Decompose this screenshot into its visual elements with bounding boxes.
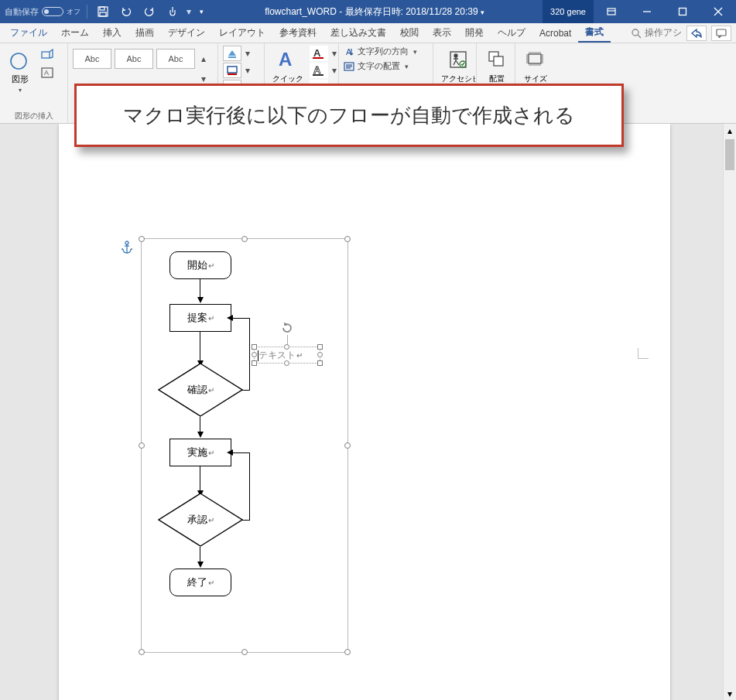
- tab-file[interactable]: ファイル: [3, 23, 54, 43]
- shapes-button[interactable]: 図形 ▾: [5, 46, 36, 95]
- tab-help[interactable]: ヘルプ: [491, 23, 532, 43]
- save-icon[interactable]: [94, 2, 112, 21]
- shape-style-item[interactable]: Abc: [156, 49, 195, 69]
- shape-outline-button[interactable]: ▾: [223, 63, 252, 78]
- svg-rect-3: [608, 9, 615, 15]
- text-direction-button[interactable]: A 文字列の方向▾: [344, 46, 417, 57]
- tab-layout[interactable]: レイアウト: [212, 23, 272, 43]
- gallery-up-icon[interactable]: ▴: [198, 49, 209, 69]
- tab-review[interactable]: 校閲: [393, 23, 426, 43]
- svg-point-37: [125, 241, 128, 244]
- svg-rect-1: [100, 7, 104, 10]
- text-align-button[interactable]: 文字の配置▾: [344, 60, 417, 72]
- svg-point-11: [11, 53, 26, 69]
- svg-rect-17: [228, 73, 237, 75]
- svg-point-32: [454, 54, 457, 57]
- tab-mailings[interactable]: 差し込み文書: [323, 23, 393, 43]
- page-margin-corner: [638, 348, 649, 359]
- flowchart-process-execute[interactable]: 実施↵: [169, 439, 231, 466]
- tab-design[interactable]: デザイン: [161, 23, 212, 43]
- shape-style-item[interactable]: Abc: [73, 49, 111, 69]
- ribbon-tabs: ファイル ホーム 挿入 描画 デザイン レイアウト 参考資料 差し込み文書 校閲…: [0, 23, 736, 43]
- svg-rect-12: [42, 52, 50, 58]
- quick-styles-button[interactable]: A クイック: [269, 46, 306, 86]
- annotation-callout: マクロ実行後に以下のフローが自動で作成される: [74, 84, 624, 147]
- autosave-toggle[interactable]: 自動保存 オフ: [5, 6, 80, 18]
- tell-me-search[interactable]: 操作アシ: [631, 26, 682, 39]
- tab-acrobat[interactable]: Acrobat: [532, 23, 578, 43]
- maximize-icon[interactable]: [665, 0, 700, 23]
- tab-insert[interactable]: 挿入: [96, 23, 128, 43]
- svg-rect-10: [717, 29, 726, 36]
- qat-customize-icon[interactable]: ▾: [196, 2, 207, 21]
- text-fill-button[interactable]: A▾: [310, 46, 339, 61]
- edit-shape-icon[interactable]: [39, 46, 56, 63]
- svg-text:A: A: [313, 47, 321, 59]
- rotate-handle-icon[interactable]: [280, 321, 294, 335]
- svg-rect-15: [228, 56, 236, 58]
- svg-text:A: A: [279, 49, 292, 70]
- undo-icon[interactable]: [117, 2, 135, 21]
- title-bar: 自動保存 オフ ▾ ▾ flowchart_WORD - 最終保存日時: 201…: [0, 0, 736, 23]
- tab-format[interactable]: 書式: [578, 23, 611, 43]
- svg-text:A: A: [44, 69, 49, 77]
- flowchart-decision-approve[interactable]: 承認↵: [158, 493, 243, 547]
- shape-fill-button[interactable]: ▾: [223, 46, 252, 61]
- tab-developer[interactable]: 開発: [458, 23, 491, 43]
- tab-draw[interactable]: 描画: [128, 23, 161, 43]
- user-account[interactable]: 320 gene: [543, 0, 594, 23]
- document-title: flowchart_WORD - 最終保存日時: 2018/11/28 20:3…: [207, 5, 543, 19]
- group-label-shapes: 図形の挿入: [5, 109, 63, 121]
- text-outline-button[interactable]: A▾: [310, 63, 339, 78]
- accessibility-icon: [446, 47, 471, 72]
- textbox-selected[interactable]: テキスト↵: [254, 347, 320, 364]
- svg-rect-36: [529, 54, 541, 63]
- redo-icon[interactable]: [140, 2, 159, 21]
- touch-mode-icon[interactable]: [163, 2, 182, 21]
- minimize-icon[interactable]: [629, 0, 665, 23]
- svg-text:A: A: [313, 64, 321, 76]
- svg-rect-5: [680, 9, 686, 15]
- text-box-icon[interactable]: A: [39, 64, 56, 81]
- accessibility-button[interactable]: アクセシビ: [438, 46, 478, 86]
- scroll-down-icon[interactable]: ▾: [724, 687, 736, 700]
- scrollbar-thumb[interactable]: [725, 139, 734, 170]
- tab-view[interactable]: 表示: [426, 23, 458, 43]
- svg-rect-24: [313, 74, 323, 76]
- document-area[interactable]: 開始↵ 提案↵ 確認↵ 実施↵ 承認↵ 終了↵: [0, 124, 723, 700]
- svg-rect-22: [313, 57, 323, 59]
- tab-references[interactable]: 参考資料: [272, 23, 323, 43]
- flowchart-terminator-end[interactable]: 終了↵: [169, 569, 231, 596]
- shape-style-item[interactable]: Abc: [115, 49, 153, 69]
- svg-line-9: [638, 35, 641, 38]
- comments-button[interactable]: [711, 26, 731, 41]
- svg-rect-35: [494, 56, 503, 66]
- ribbon-display-options-icon[interactable]: [594, 0, 629, 23]
- svg-point-8: [632, 29, 638, 36]
- close-icon[interactable]: [700, 0, 736, 23]
- flowchart-process-propose[interactable]: 提案↵: [169, 304, 231, 332]
- vertical-scrollbar[interactable]: ▴ ▾: [723, 124, 736, 700]
- svg-rect-2: [100, 12, 106, 16]
- size-icon: [523, 47, 548, 72]
- svg-rect-31: [450, 52, 466, 67]
- flowchart-terminator-start[interactable]: 開始↵: [169, 251, 231, 279]
- tab-home[interactable]: ホーム: [54, 23, 96, 43]
- flowchart-decision-confirm[interactable]: 確認↵: [158, 363, 243, 417]
- share-button[interactable]: [686, 26, 707, 41]
- wordart-icon: A: [276, 47, 300, 72]
- arrange-icon: [484, 47, 509, 72]
- shapes-icon: [8, 47, 33, 72]
- svg-rect-16: [228, 67, 237, 73]
- scroll-up-icon[interactable]: ▴: [724, 124, 736, 137]
- anchor-icon: [121, 241, 133, 257]
